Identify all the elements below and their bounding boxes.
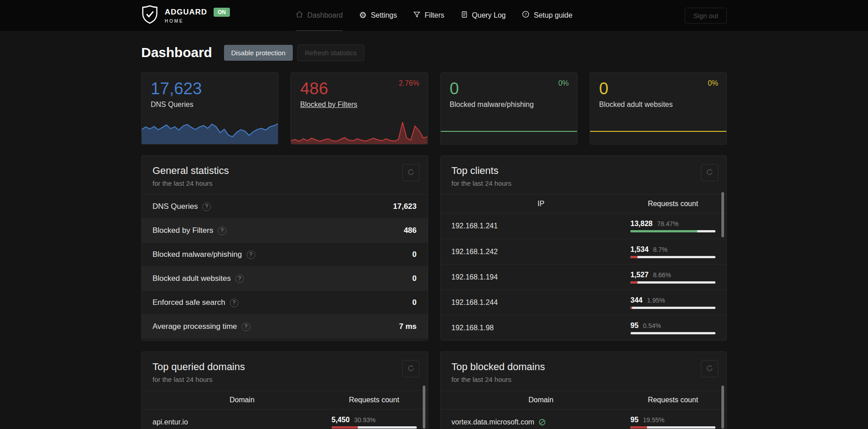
sign-out-button[interactable]: Sign out xyxy=(685,8,727,24)
stats-row-label: Blocked adult websites xyxy=(153,274,231,283)
card-title: Top queried domains xyxy=(153,361,417,373)
progress-bar-fill xyxy=(630,281,638,284)
brand-name: ADGUARD xyxy=(165,8,207,17)
general-statistics-table: DNS Queries 17,623 Blocked by Filters 48… xyxy=(142,194,428,338)
refresh-icon-button[interactable] xyxy=(402,360,420,377)
stat-percent: 0% xyxy=(708,79,718,87)
stats-row-value: 0 xyxy=(412,298,416,307)
help-icon[interactable] xyxy=(235,275,244,283)
top-clients-table: 192.168.1.241 13,828 78.47% 192.168.1.24… xyxy=(441,213,727,340)
help-icon[interactable] xyxy=(218,227,226,235)
progress-bar xyxy=(332,426,417,429)
nav-item-settings[interactable]: ⚙ Settings xyxy=(359,0,397,31)
stat-label: Blocked malware/phishing xyxy=(450,101,534,109)
top-blocked-domains-card: Top blocked domains for the last 24 hour… xyxy=(440,352,727,429)
scrollbar-thumb[interactable] xyxy=(721,192,724,237)
client-ip-link[interactable]: 192.168.1.98 xyxy=(452,324,494,332)
progress-bar xyxy=(630,256,715,258)
client-ip-link[interactable]: 192.168.1.194 xyxy=(452,273,498,281)
scrollbar-thumb[interactable] xyxy=(423,386,425,429)
requests-cell: 95 19.55% xyxy=(630,416,715,429)
stats-row: Blocked malware/phishing 0 xyxy=(142,242,428,266)
column-header-domain: Domain xyxy=(452,396,631,404)
nav-item-query-log[interactable]: Query Log xyxy=(461,0,506,31)
help-icon[interactable] xyxy=(247,251,255,259)
disable-protection-button[interactable]: Disable protection xyxy=(224,45,293,61)
stat-label-link[interactable]: Blocked by Filters xyxy=(300,101,357,109)
stat-cards-row: 17,623 DNS Queries 486 Blocked by Filter… xyxy=(141,72,727,145)
nav-item-setup-guide[interactable]: ? Setup guide xyxy=(522,0,572,31)
table-row: 192.168.1.194 1,527 8.66% xyxy=(441,264,727,289)
stat-card-dns-queries: 17,623 DNS Queries xyxy=(141,72,278,145)
scrollbar-thumb[interactable] xyxy=(721,386,724,429)
stats-row-label-wrap: Blocked by Filters xyxy=(153,226,226,235)
table-row: vortex.data.microsoft.com 95 19.55% xyxy=(441,410,727,429)
top-navbar: ADGUARD ON HOME Dashboard ⚙ Settings Fil… xyxy=(0,0,868,31)
request-percent: 8.66% xyxy=(653,271,671,279)
request-percent: 19.55% xyxy=(643,416,664,424)
table-header: IP Requests count xyxy=(441,194,727,213)
protection-status-badge: ON xyxy=(214,8,230,17)
stats-row-label: DNS Queries xyxy=(153,202,198,211)
help-icon[interactable] xyxy=(202,202,211,211)
client-cell: 192.168.1.244 xyxy=(452,299,631,307)
progress-bar xyxy=(630,307,715,309)
gear-icon: ⚙ xyxy=(359,11,367,19)
nav-label: Query Log xyxy=(472,11,506,19)
client-ip-link[interactable]: 192.168.1.241 xyxy=(452,222,498,230)
refresh-icon-button[interactable] xyxy=(701,360,718,377)
stats-row-label: Blocked malware/phishing xyxy=(153,250,242,259)
top-clients-card: Top clients for the last 24 hours IP Req… xyxy=(440,155,727,341)
domain-cell: api.entur.io xyxy=(153,418,332,426)
card-subtitle: for the last 24 hours xyxy=(153,179,417,187)
domain-link[interactable]: vortex.data.microsoft.com xyxy=(452,418,534,426)
help-icon[interactable] xyxy=(242,323,250,331)
nav-item-dashboard[interactable]: Dashboard xyxy=(296,0,343,31)
stat-percent: 0% xyxy=(558,79,569,87)
domain-cell: vortex.data.microsoft.com xyxy=(452,418,631,426)
refresh-statistics-button[interactable]: Refresh statistics xyxy=(297,44,364,61)
table-header: Domain Requests count xyxy=(441,390,727,410)
page-header: Dashboard Disable protection Refresh sta… xyxy=(141,43,727,62)
request-percent: 0.54% xyxy=(643,322,661,329)
client-ip-link[interactable]: 192.168.1.244 xyxy=(452,299,498,307)
adguard-logo[interactable]: ADGUARD ON HOME xyxy=(141,5,230,26)
column-header-requests: Requests count xyxy=(630,396,715,404)
request-count: 5,450 xyxy=(332,416,350,424)
stats-row-value: 17,623 xyxy=(393,202,417,211)
stats-row-label-wrap: Blocked malware/phishing xyxy=(153,250,255,259)
help-icon[interactable] xyxy=(230,299,238,307)
nav-label: Setup guide xyxy=(534,11,572,19)
client-cell: 192.168.1.98 xyxy=(452,324,631,332)
table-row: 192.168.1.242 1,534 8.7% xyxy=(441,239,727,264)
requests-cell: 95 0.54% xyxy=(630,322,715,334)
stats-row-value: 7 ms xyxy=(399,322,417,331)
blocked-malware-sparkline-chart xyxy=(441,116,577,144)
refresh-icon xyxy=(706,364,714,374)
top-blocked-table: vortex.data.microsoft.com 95 19.55% xyxy=(441,410,727,429)
stat-card-blocked-adult: 0 Blocked adult websites 0% xyxy=(590,72,727,145)
requests-cell: 5,450 30.93% xyxy=(332,416,417,429)
stats-row-value: 0 xyxy=(412,274,416,283)
request-count: 95 xyxy=(630,416,639,424)
nav-item-filters[interactable]: Filters xyxy=(413,0,444,31)
progress-bar-fill xyxy=(630,332,631,334)
request-count: 1,534 xyxy=(630,246,649,254)
stats-row-label: Enforced safe search xyxy=(153,298,225,307)
stats-row: Blocked by Filters 486 xyxy=(142,218,428,242)
request-percent: 8.7% xyxy=(653,246,668,253)
request-count: 13,828 xyxy=(630,220,653,228)
progress-bar-fill xyxy=(630,256,638,258)
stat-label: Blocked adult websites xyxy=(599,101,673,109)
card-subtitle: for the last 24 hours xyxy=(452,179,716,187)
stat-label: DNS Queries xyxy=(151,101,193,109)
client-ip-link[interactable]: 192.168.1.242 xyxy=(452,248,498,256)
stat-percent: 2.76% xyxy=(399,79,419,87)
nav-label: Settings xyxy=(371,11,397,19)
refresh-icon-button[interactable] xyxy=(402,164,420,181)
card-title: Top blocked domains xyxy=(452,361,716,373)
refresh-icon-button[interactable] xyxy=(701,164,718,181)
general-statistics-card: General statistics for the last 24 hours… xyxy=(141,155,428,341)
domain-link[interactable]: api.entur.io xyxy=(153,418,188,426)
top-queried-domains-card: Top queried domains for the last 24 hour… xyxy=(141,352,428,429)
